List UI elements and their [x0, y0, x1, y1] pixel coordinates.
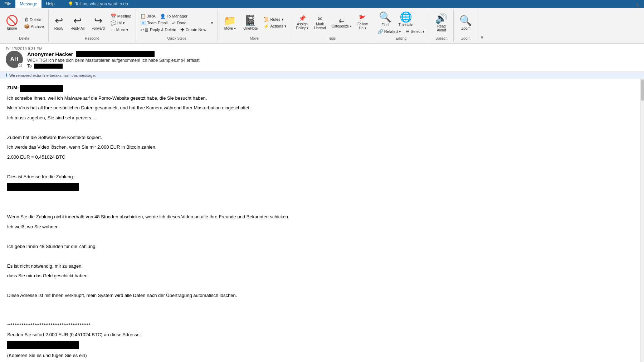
reply-delete-button[interactable]: ↩🗑 Reply & Delete: [138, 26, 178, 33]
im-button[interactable]: 💬 IM ▾: [108, 20, 133, 26]
body-zum: ZUM:: [7, 84, 637, 92]
search-label: Tell me what you want to do: [75, 1, 128, 6]
rules-button[interactable]: 📜 Rules ▾: [261, 16, 288, 23]
tab-file[interactable]: File: [0, 0, 15, 8]
scrollbar[interactable]: [640, 79, 644, 362]
to-manager-icon: 👤: [160, 14, 166, 19]
jira-button[interactable]: 📋 JIRA: [138, 13, 158, 20]
categorize-button[interactable]: 🏷 Categorize ▾: [329, 17, 355, 29]
body-line-12: dass Sie mir das Geld geschickt haben.: [7, 272, 637, 279]
bitcoin-address-redacted-1: [7, 183, 79, 191]
avatar-status-inner: [19, 64, 22, 67]
meeting-button[interactable]: 📅 Meeting: [108, 13, 133, 20]
delete-label: Delete: [30, 18, 41, 22]
tags-buttons: 📌 AssignPolicy ▾ ✉ MarkUnread 🏷 Categori…: [293, 11, 371, 35]
reply-delete-icon: ↩🗑: [140, 27, 149, 33]
onenote-icon: 📓: [244, 16, 257, 26]
to-manager-button[interactable]: 👤 To Manager: [158, 13, 190, 20]
body-line-11: Es ist nicht notwendig, mir zu sagen,: [7, 263, 637, 270]
email-subject: WICHTIG! Ich habe dich beim Masturbieren…: [27, 58, 638, 63]
top-bar-search[interactable]: 💡 Tell me what you want to do: [66, 0, 128, 8]
translate-button[interactable]: 🌐 Translate: [395, 11, 417, 28]
select-label: Select ▾: [411, 29, 425, 34]
meeting-icon: 📅: [111, 14, 116, 19]
read-aloud-icon: 🔊: [435, 14, 448, 24]
read-aloud-button[interactable]: 🔊 ReadAloud: [431, 12, 451, 34]
create-new-button[interactable]: ✚ Create New: [178, 26, 208, 33]
editing-buttons: 🔍 Find 🌐 Translate 🔗 Related ▾ ☰: [375, 11, 427, 35]
quick-steps-group-label: Quick Steps: [167, 35, 186, 40]
move-icon: 📁: [224, 16, 236, 26]
zoom-button[interactable]: 🔍 Zoom: [456, 14, 475, 32]
select-button[interactable]: ☰ Select ▾: [403, 28, 427, 35]
onenote-label: OneNote: [243, 26, 258, 30]
onenote-button[interactable]: 📓 OneNote: [240, 14, 261, 32]
body-line-8: Wenn Sie die Zahlung nicht innerhalb von…: [7, 213, 637, 220]
move-button[interactable]: 📁 Move ▾: [220, 14, 240, 32]
actions-button[interactable]: ⚡ Actions ▾: [261, 23, 288, 30]
team-email-button[interactable]: 📧 Team Email: [138, 20, 170, 26]
find-button[interactable]: 🔍 Find: [375, 11, 395, 28]
ignore-button[interactable]: 🚫 Ignore: [2, 14, 22, 32]
reply-button[interactable]: ↩ Reply: [51, 14, 67, 32]
tab-message[interactable]: Message: [15, 0, 42, 8]
archive-label: Archive: [31, 24, 44, 29]
select-icon: ☰: [405, 29, 410, 34]
delete-buttons: 🚫 Ignore 🗑 Delete 📦 Archive: [2, 11, 46, 35]
search-lightbulb-icon: 💡: [68, 1, 73, 6]
body-stars-1: ****************************************…: [7, 322, 637, 329]
ribbon-group-quick-steps: 📋 JIRA 👤 To Manager 📧 Team Email ✓: [136, 9, 218, 42]
reply-all-icon: ↩: [73, 16, 82, 26]
scrollbar-thumb[interactable]: [641, 79, 644, 101]
forward-button[interactable]: ↪ Forward: [88, 14, 108, 32]
body-address-2: [7, 341, 637, 349]
speech-group-label: Speech: [435, 35, 448, 40]
reply-icon: ↩: [55, 16, 63, 26]
delete-button[interactable]: 🗑 Delete: [22, 16, 46, 23]
ribbon-group-tags: 📌 AssignPolicy ▾ ✉ MarkUnread 🏷 Categori…: [291, 9, 373, 42]
move-group-label: Move: [250, 35, 259, 40]
more-respond-button[interactable]: ⋯ More ▾: [108, 26, 133, 33]
body-line-5: Ich werde das Video löschen, wenn Sie mi…: [7, 144, 637, 151]
actions-icon: ⚡: [263, 24, 269, 29]
body-line-3: Ich muss zugeben, Sie sind sehr pervers.…: [7, 114, 637, 122]
archive-button[interactable]: 📦 Archive: [22, 23, 46, 30]
quick-steps-scroll[interactable]: ▼: [208, 20, 215, 25]
body-line-1: Ich schreibe Ihnen, weil ich Malware auf…: [7, 95, 637, 102]
body-line-4: Zudem hat die Software Ihre Kontakte kop…: [7, 134, 637, 141]
im-icon: 💬: [111, 20, 116, 26]
categorize-icon: 🏷: [339, 18, 345, 24]
body-line-6: 2.000 EUR = 0.451024 BTC: [7, 154, 637, 161]
ribbon: 🚫 Ignore 🗑 Delete 📦 Archive Delete ↩ Rep…: [0, 8, 644, 44]
body-blank-7: [7, 282, 637, 289]
archive-icon: 📦: [24, 24, 30, 29]
speech-buttons: 🔊 ReadAloud: [431, 11, 451, 35]
body-blank-1: [7, 124, 637, 131]
reply-all-label: Reply All: [70, 26, 84, 30]
tab-help[interactable]: Help: [42, 0, 59, 8]
done-button[interactable]: ✓ Done: [170, 20, 188, 26]
editing-group-label: Editing: [396, 35, 407, 40]
related-button[interactable]: 🔗 Related ▾: [375, 28, 403, 35]
assign-policy-label: AssignPolicy ▾: [296, 22, 308, 30]
email-info: Anonymer Hacker WICHTIG! Ich habe dich b…: [27, 51, 638, 69]
assign-policy-button[interactable]: 📌 AssignPolicy ▾: [293, 15, 311, 31]
reply-label: Reply: [54, 26, 64, 30]
body-blank-4: [7, 204, 637, 211]
zoom-label: Zoom: [461, 26, 470, 30]
ribbon-expand-button[interactable]: ∧: [478, 9, 486, 42]
rules-label: Rules ▾: [270, 17, 283, 22]
jira-label: JIRA: [147, 14, 156, 18]
delete-group-label: Delete: [19, 35, 29, 40]
follow-up-button[interactable]: 🚩 FollowUp ▾: [355, 15, 371, 31]
rules-icon: 📜: [263, 17, 269, 22]
forward-icon: ↪: [94, 16, 102, 26]
mark-unread-button[interactable]: ✉ MarkUnread: [311, 15, 329, 31]
to-manager-label: To Manager: [167, 14, 187, 18]
find-icon: 🔍: [379, 12, 391, 22]
im-label: IM ▾: [117, 21, 125, 25]
move-buttons: 📁 Move ▾ 📓 OneNote 📜 Rules ▾ ⚡ Actions ▾: [220, 11, 288, 35]
more-icon: ⋯: [111, 27, 115, 33]
find-label: Find: [382, 23, 389, 27]
reply-all-button[interactable]: ↩ Reply All: [67, 14, 88, 32]
